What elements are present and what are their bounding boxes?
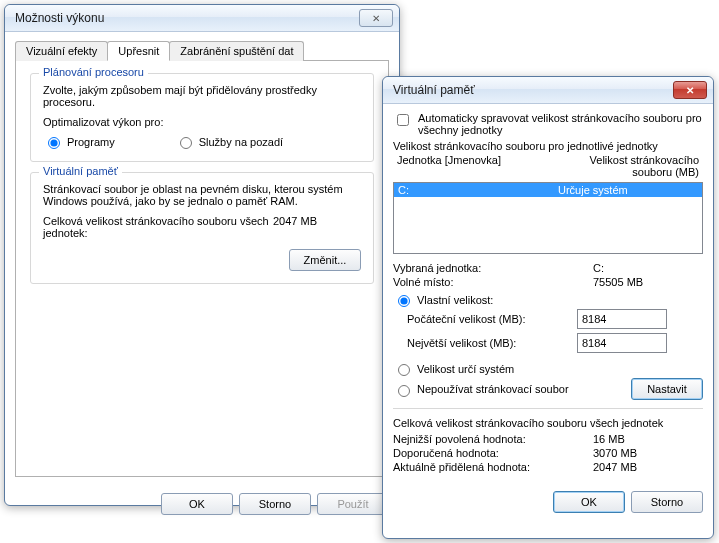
tab-panel-advanced: Plánování procesoru Zvolte, jakým způsob… xyxy=(15,61,389,477)
group-title: Virtuální paměť xyxy=(39,165,122,177)
vm-desc: Stránkovací soubor je oblast na pevném d… xyxy=(43,183,361,207)
cur-label: Aktuálně přidělená hodnota: xyxy=(393,461,593,473)
auto-manage-checkbox-row[interactable]: Automaticky spravovat velikost stránkova… xyxy=(393,112,703,136)
drive-list-header: Jednotka [Jmenovka] Velikost stránkovací… xyxy=(393,152,703,180)
tab-dep[interactable]: Zabránění spuštění dat xyxy=(169,41,304,61)
dialog-titlebar: Virtuální paměť ✕ xyxy=(383,77,713,104)
free-space-value: 75505 MB xyxy=(593,276,643,288)
vm-total-label: Celková velikost stránkovacího souboru v… xyxy=(43,215,273,239)
radio-system-managed-label: Velikost určí systém xyxy=(417,363,514,375)
vm-total-row: Celková velikost stránkovacího souboru v… xyxy=(43,215,361,239)
vm-change-row: Změnit... xyxy=(43,249,361,271)
max-size-input[interactable] xyxy=(577,333,667,353)
selected-drive-label: Vybraná jednotka: xyxy=(393,262,593,274)
dialog-button-row: OK Storno xyxy=(383,483,713,523)
radio-background[interactable]: Služby na pozadí xyxy=(175,134,283,149)
performance-options-dialog: Možnosti výkonu ✕ Vizuální efekty Upřesn… xyxy=(4,4,400,506)
radio-programs[interactable]: Programy xyxy=(43,134,115,149)
tab-visual-effects[interactable]: Vizuální efekty xyxy=(15,41,108,61)
tab-advanced[interactable]: Upřesnit xyxy=(107,41,170,61)
free-space-label: Volné místo: xyxy=(393,276,593,288)
radio-programs-input[interactable] xyxy=(48,137,60,149)
set-button[interactable]: Nastavit xyxy=(631,378,703,400)
auto-manage-label: Automaticky spravovat velikost stránkova… xyxy=(418,112,703,136)
radio-background-label: Služby na pozadí xyxy=(199,136,283,148)
radio-custom-size-input[interactable] xyxy=(398,295,410,307)
virtual-memory-dialog: Virtuální paměť ✕ Automaticky spravovat … xyxy=(382,76,714,539)
dialog-title-text: Možnosti výkonu xyxy=(15,11,104,25)
tab-strip: Vizuální efekty Upřesnit Zabránění spušt… xyxy=(15,40,389,61)
drive-row[interactable]: C: Určuje systém xyxy=(394,183,702,197)
change-button[interactable]: Změnit... xyxy=(289,249,361,271)
vm-total-value: 2047 MB xyxy=(273,215,317,239)
cancel-button[interactable]: Storno xyxy=(239,493,311,515)
drive-name: C: xyxy=(398,184,558,196)
radio-no-paging-label: Nepoužívat stránkovací soubor xyxy=(417,383,569,395)
processor-scheduling-group: Plánování procesoru Zvolte, jakým způsob… xyxy=(30,73,374,162)
rec-value: 3070 MB xyxy=(593,447,637,459)
close-button[interactable]: ✕ xyxy=(359,9,393,27)
ok-button[interactable]: OK xyxy=(553,491,625,513)
dialog-body: Vizuální efekty Upřesnit Zabránění spušt… xyxy=(5,32,399,485)
radio-custom-size-label: Vlastní velikost: xyxy=(417,294,493,306)
scheduling-desc: Zvolte, jakým způsobem mají být přidělov… xyxy=(43,84,361,108)
radio-background-input[interactable] xyxy=(180,137,192,149)
drive-header-size: Velikost stránkovacího souboru (MB) xyxy=(557,154,699,178)
initial-size-input[interactable] xyxy=(577,309,667,329)
close-icon: ✕ xyxy=(686,85,694,96)
cancel-button[interactable]: Storno xyxy=(631,491,703,513)
drive-header-name: Jednotka [Jmenovka] xyxy=(397,154,557,178)
rec-label: Doporučená hodnota: xyxy=(393,447,593,459)
divider xyxy=(393,408,703,409)
selected-drive-value: C: xyxy=(593,262,604,274)
group-title: Plánování procesoru xyxy=(39,66,148,78)
radio-system-managed-input[interactable] xyxy=(398,364,410,376)
drive-value: Určuje systém xyxy=(558,184,698,196)
ok-button[interactable]: OK xyxy=(161,493,233,515)
initial-size-label: Počáteční velikost (MB): xyxy=(407,313,577,325)
close-button[interactable]: ✕ xyxy=(673,81,707,99)
optimize-radio-row: Programy Služby na pozadí xyxy=(43,134,361,149)
apply-button[interactable]: Použít xyxy=(317,493,389,515)
dialog-titlebar: Možnosti výkonu ✕ xyxy=(5,5,399,32)
optimize-label: Optimalizovat výkon pro: xyxy=(43,116,361,128)
radio-no-paging[interactable]: Nepoužívat stránkovací soubor xyxy=(393,382,569,397)
drive-list-caption: Velikost stránkovacího souboru pro jedno… xyxy=(393,140,703,152)
auto-manage-checkbox[interactable] xyxy=(397,114,409,126)
close-icon: ✕ xyxy=(372,13,380,24)
dialog-button-row: OK Storno Použít xyxy=(5,485,399,525)
radio-no-paging-input[interactable] xyxy=(398,385,410,397)
min-label: Nejnižší povolená hodnota: xyxy=(393,433,593,445)
selected-drive-section: Vybraná jednotka: C: Volné místo: 75505 … xyxy=(393,262,703,400)
dialog-body: Automaticky spravovat velikost stránkova… xyxy=(383,104,713,483)
min-value: 16 MB xyxy=(593,433,625,445)
dialog-title-text: Virtuální paměť xyxy=(393,83,475,97)
radio-system-managed[interactable]: Velikost určí systém xyxy=(393,361,703,376)
radio-programs-label: Programy xyxy=(67,136,115,148)
virtual-memory-group: Virtuální paměť Stránkovací soubor je ob… xyxy=(30,172,374,284)
drive-list[interactable]: C: Určuje systém xyxy=(393,182,703,254)
totals-caption: Celková velikost stránkovacího souboru v… xyxy=(393,417,703,429)
max-size-label: Největší velikost (MB): xyxy=(407,337,577,349)
cur-value: 2047 MB xyxy=(593,461,637,473)
radio-custom-size[interactable]: Vlastní velikost: xyxy=(393,292,703,307)
